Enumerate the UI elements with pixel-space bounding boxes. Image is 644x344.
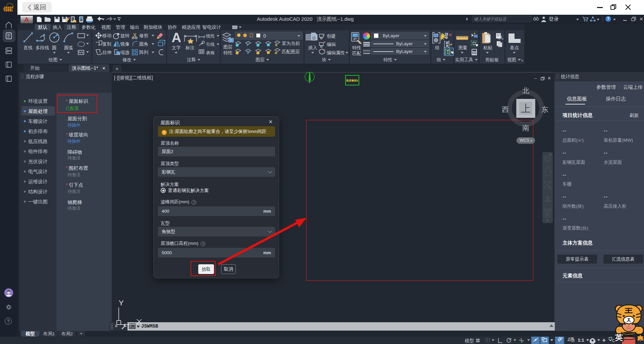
svg-text:英: 英	[614, 334, 623, 342]
